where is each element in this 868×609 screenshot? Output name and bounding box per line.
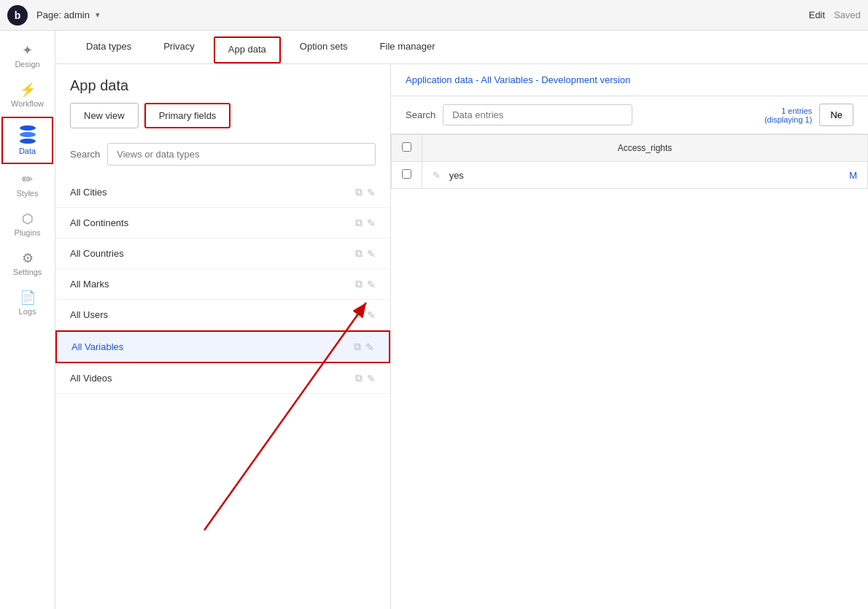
- sidebar-item-data[interactable]: Data: [1, 117, 53, 164]
- app-data-section: App data New view Primary fields Search …: [55, 64, 868, 609]
- data-table-container: Access_rights ✎ yes: [391, 134, 868, 609]
- breadcrumb-link[interactable]: Application data - All Variables - Devel…: [406, 74, 630, 85]
- views-search-row: Search: [55, 140, 390, 177]
- list-item-all-users[interactable]: All Users ⧉ ✎: [55, 300, 390, 330]
- sidebar-item-styles[interactable]: ✏ Styles: [0, 166, 55, 205]
- main-layout: ✦ Design ⚡ Workflow Data ✏ Styles ⬡ Plug…: [0, 31, 868, 609]
- data-table: Access_rights ✎ yes: [391, 134, 868, 189]
- entries-search-label: Search: [406, 109, 435, 120]
- left-panel: App data New view Primary fields Search …: [55, 64, 391, 609]
- page-label: Page: admin: [36, 9, 90, 20]
- new-entry-button[interactable]: Ne: [819, 104, 853, 126]
- copy-icon[interactable]: ⧉: [355, 247, 363, 260]
- row-access-rights-cell: ✎ yes M: [422, 162, 868, 189]
- app-logo[interactable]: b: [7, 5, 28, 26]
- saved-status: Saved: [834, 9, 861, 20]
- edit-icon[interactable]: ✎: [367, 217, 376, 229]
- tab-app-data[interactable]: App data: [214, 36, 281, 63]
- list-item-all-variables[interactable]: All Variables ⧉ ✎: [55, 330, 390, 363]
- list-item-all-cities[interactable]: All Cities ⧉ ✎: [55, 177, 390, 208]
- tab-data-types[interactable]: Data types: [70, 31, 147, 63]
- topbar: b Page: admin ▾ Edit Saved: [0, 0, 868, 31]
- right-panel: Application data - All Variables - Devel…: [391, 64, 868, 609]
- plugins-icon: ⬡: [22, 212, 34, 225]
- settings-icon: ⚙: [22, 252, 34, 265]
- edit-button[interactable]: Edit: [809, 9, 825, 20]
- access-rights-value: yes: [449, 170, 464, 181]
- select-all-checkbox[interactable]: [402, 142, 411, 152]
- list-item-all-marks[interactable]: All Marks ⧉ ✎: [55, 269, 390, 300]
- sidebar-item-design[interactable]: ✦ Design: [0, 36, 55, 76]
- entries-count: 1 entries (displaying 1): [640, 106, 812, 124]
- sidebar-item-label: Workflow: [11, 99, 44, 108]
- edit-icon[interactable]: ✎: [367, 187, 376, 198]
- left-panel-actions: New view Primary fields: [55, 103, 390, 140]
- design-icon: ✦: [22, 44, 33, 57]
- tab-file-manager[interactable]: File manager: [364, 31, 452, 63]
- tabs-bar: Data types Privacy App data Option sets …: [55, 31, 868, 64]
- sidebar-item-plugins[interactable]: ⬡ Plugins: [0, 205, 55, 244]
- page-dropdown[interactable]: ▾: [96, 10, 100, 20]
- logs-icon: 📄: [20, 291, 36, 304]
- sidebar-item-label: Settings: [13, 268, 42, 276]
- sidebar-item-label: Data: [19, 147, 36, 155]
- edit-icon[interactable]: ✎: [367, 279, 376, 290]
- copy-icon[interactable]: ⧉: [354, 341, 361, 353]
- sidebar-item-label: Plugins: [14, 228, 40, 237]
- search-label: Search: [70, 149, 100, 160]
- sidebar-item-label: Logs: [19, 307, 36, 316]
- edit-icon[interactable]: ✎: [367, 248, 376, 260]
- sidebar-item-logs[interactable]: 📄 Logs: [0, 284, 55, 323]
- sidebar: ✦ Design ⚡ Workflow Data ✏ Styles ⬡ Plug…: [0, 31, 55, 609]
- sidebar-item-label: Design: [15, 60, 39, 69]
- right-panel-toolbar: Search 1 entries (displaying 1) Ne: [391, 96, 868, 134]
- data-list: All Cities ⧉ ✎ All Continents ⧉ ✎: [55, 177, 390, 609]
- data-icon: [20, 125, 36, 144]
- app-data-heading: App data: [55, 64, 390, 103]
- edit-row-icon[interactable]: ✎: [433, 170, 441, 181]
- col-header-access-rights: Access_rights: [422, 135, 868, 162]
- copy-icon[interactable]: ⧉: [355, 309, 363, 321]
- copy-icon[interactable]: ⧉: [355, 278, 363, 290]
- edit-icon[interactable]: ✎: [367, 373, 376, 384]
- edit-icon[interactable]: ✎: [365, 341, 374, 353]
- sidebar-item-workflow[interactable]: ⚡ Workflow: [0, 76, 55, 115]
- copy-icon[interactable]: ⧉: [355, 217, 363, 229]
- table-row: ✎ yes M: [392, 162, 868, 189]
- sidebar-item-label: Styles: [17, 189, 39, 198]
- styles-icon: ✏: [22, 173, 33, 186]
- copy-icon[interactable]: ⧉: [355, 186, 363, 198]
- tab-option-sets[interactable]: Option sets: [284, 31, 364, 63]
- tab-privacy[interactable]: Privacy: [147, 31, 211, 63]
- list-item-all-countries[interactable]: All Countries ⧉ ✎: [55, 238, 390, 269]
- list-item-all-continents[interactable]: All Continents ⧉ ✎: [55, 208, 390, 238]
- right-panel-header: Application data - All Variables - Devel…: [391, 64, 868, 96]
- entries-search-input[interactable]: [443, 104, 632, 125]
- edit-icon[interactable]: ✎: [367, 309, 376, 321]
- col-header-checkbox: [392, 135, 422, 162]
- views-search-input[interactable]: [107, 143, 376, 166]
- sidebar-item-settings[interactable]: ⚙ Settings: [0, 244, 55, 284]
- primary-fields-button[interactable]: Primary fields: [144, 103, 231, 128]
- more-link[interactable]: M: [849, 170, 857, 181]
- list-item-all-videos[interactable]: All Videos ⧉ ✎: [55, 363, 390, 394]
- content-area: Data types Privacy App data Option sets …: [55, 31, 868, 609]
- workflow-icon: ⚡: [20, 83, 36, 96]
- row-checkbox-cell: [392, 162, 422, 189]
- copy-icon[interactable]: ⧉: [355, 372, 363, 384]
- row-checkbox[interactable]: [402, 169, 411, 179]
- new-view-button[interactable]: New view: [70, 103, 139, 128]
